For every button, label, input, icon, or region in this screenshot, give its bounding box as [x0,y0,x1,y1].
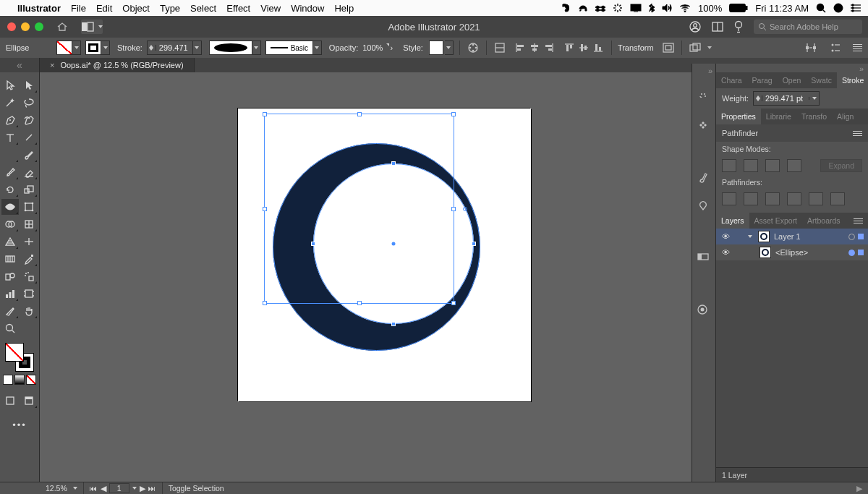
tab-swatches[interactable]: Swatc [806,72,837,88]
bluetooth-menubar-icon[interactable] [649,3,655,13]
headphones-menubar-icon[interactable] [578,3,588,13]
live-paint-bucket-tool[interactable] [20,216,38,232]
canvas-area[interactable] [40,72,692,482]
unite-button[interactable] [722,159,736,172]
rotate-tool[interactable] [1,182,19,197]
help-search[interactable]: Search Adobe Help [754,20,862,34]
mesh-tool[interactable] [20,234,38,250]
snap-options-icon[interactable] [804,41,818,55]
menu-select[interactable]: Select [190,3,216,14]
blend-tool[interactable] [1,268,19,284]
ellipse-tool[interactable] [1,147,19,163]
layer-label[interactable]: Layer 1 [774,232,801,241]
gradient-button[interactable] [14,375,25,385]
minimize-window-button[interactable] [21,22,30,31]
graphic-style-swatch[interactable] [429,41,443,55]
variable-width-profile[interactable]: Basic [265,41,313,55]
cloud-sync-icon[interactable] [689,20,702,33]
gradient-panel-icon[interactable] [697,252,711,266]
color-panel-icon[interactable] [697,90,711,104]
notification-center-icon[interactable] [851,4,861,12]
layer-row-ellipse[interactable]: 👁 <Ellipse> [716,244,868,260]
eyedropper-tool[interactable] [20,251,38,267]
column-graph-tool[interactable] [1,286,19,302]
hand-tool[interactable] [20,303,38,319]
anchor-bottom[interactable] [391,322,396,326]
shaper-tool[interactable] [1,164,19,180]
align-bottom-icon[interactable] [591,41,605,55]
menu-file[interactable]: File [71,3,86,14]
zoom-tool[interactable] [1,320,19,336]
panel-collapse-icon[interactable]: » [716,64,868,72]
symbols-panel-icon[interactable] [697,200,711,214]
symbol-sprayer-tool[interactable] [20,268,38,284]
appearance-panel-icon[interactable] [697,304,711,318]
pie-angle-handle[interactable] [463,207,467,211]
none-button[interactable] [26,375,36,385]
divide-button[interactable] [722,192,736,205]
lasso-tool[interactable] [20,95,38,111]
fill-color-indicator[interactable] [5,343,24,362]
stroke-weight-dropdown[interactable] [193,41,202,55]
menu-edit[interactable]: Edit [96,3,112,14]
ellipse-label[interactable]: <Ellipse> [775,248,808,257]
align-right-icon[interactable] [542,41,556,55]
isolate-icon[interactable] [688,41,702,55]
trim-button[interactable] [744,192,758,205]
visibility-toggle-layer1[interactable]: 👁 [720,232,731,241]
menu-effect[interactable]: Effect [226,3,250,14]
tab-properties[interactable]: Properties [716,108,761,124]
menu-object[interactable]: Object [122,3,150,14]
outline-button[interactable] [809,192,823,205]
tab-artboards[interactable]: Artboards [802,213,846,229]
arrange-documents-icon[interactable] [712,22,723,32]
perspective-grid-tool[interactable] [1,234,19,250]
loading-menubar-icon[interactable] [613,3,623,13]
battery-menubar-icon[interactable] [729,4,748,12]
anchor-left[interactable] [311,242,315,246]
tab-libraries[interactable]: Librarie [761,108,796,124]
artboard-tool[interactable] [20,286,38,302]
transform-label[interactable]: Transform [618,43,654,52]
curvature-tool[interactable] [20,112,38,128]
anchor-right[interactable] [472,242,476,246]
selection-indicator-ellipse[interactable] [858,250,864,255]
line-segment-tool[interactable] [20,129,38,145]
tab-paragraph[interactable]: Parag [747,72,778,88]
stroke-weight-field[interactable] [147,41,193,55]
screen-mode-icon[interactable] [20,393,38,409]
target-ellipse[interactable] [848,250,855,256]
clock[interactable]: Fri 11:23 AM [755,3,809,14]
menu-window[interactable]: Window [291,3,324,14]
align-to-icon[interactable] [493,41,507,55]
width-tool[interactable] [1,199,19,215]
exclude-button[interactable] [787,159,801,172]
color-guide-panel-icon[interactable] [697,119,711,133]
close-window-button[interactable] [7,22,16,31]
tab-character[interactable]: Chara [716,72,747,88]
selection-indicator-layer1[interactable] [858,234,864,239]
edit-toolbar-icon[interactable]: ••• [12,420,27,430]
crop-button[interactable] [787,192,801,205]
minus-back-button[interactable] [830,192,845,205]
close-tab-icon[interactable]: × [50,61,54,69]
align-top-icon[interactable] [562,41,576,55]
dock-expand-icon[interactable]: » [692,67,715,75]
fill-swatch[interactable] [56,41,72,55]
bbox-handle-tl[interactable] [263,112,267,116]
dropbox-menubar-icon[interactable] [595,3,605,13]
visibility-toggle-ellipse[interactable]: 👁 [720,248,731,257]
graphic-style-dropdown[interactable] [445,41,454,55]
direct-selection-tool[interactable] [20,77,38,93]
bbox-handle-t[interactable] [357,112,362,116]
stroke-weight-input[interactable] [156,43,192,52]
free-transform-tool[interactable] [20,199,38,215]
target-layer1[interactable] [848,234,855,240]
draw-normal-icon[interactable] [1,393,19,409]
spotlight-icon[interactable] [816,3,826,13]
minus-front-button[interactable] [744,159,758,172]
pen-tool[interactable] [1,112,19,128]
artboard[interactable] [238,108,531,401]
preferences-shortcut-icon[interactable] [828,41,843,55]
anchor-top[interactable] [391,161,396,166]
